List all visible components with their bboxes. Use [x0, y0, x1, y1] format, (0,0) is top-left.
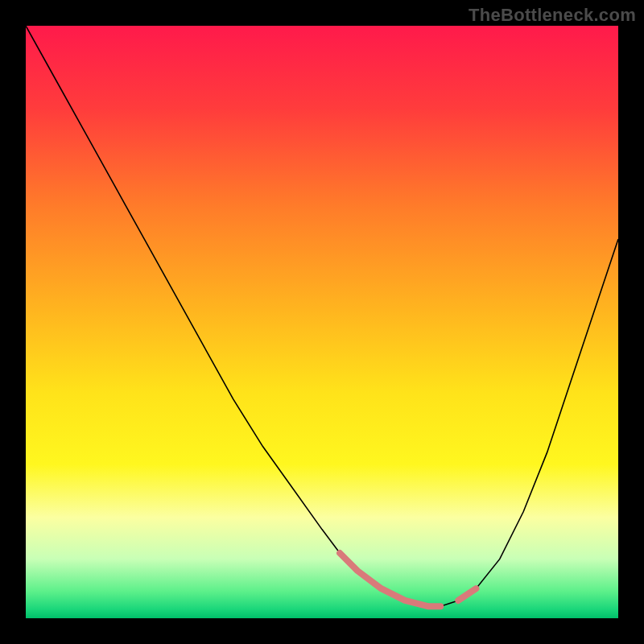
- watermark-text: TheBottleneck.com: [469, 5, 636, 26]
- plot-area: [26, 26, 618, 618]
- bottleneck-chart: [26, 26, 618, 618]
- chart-frame: TheBottleneck.com: [0, 0, 644, 644]
